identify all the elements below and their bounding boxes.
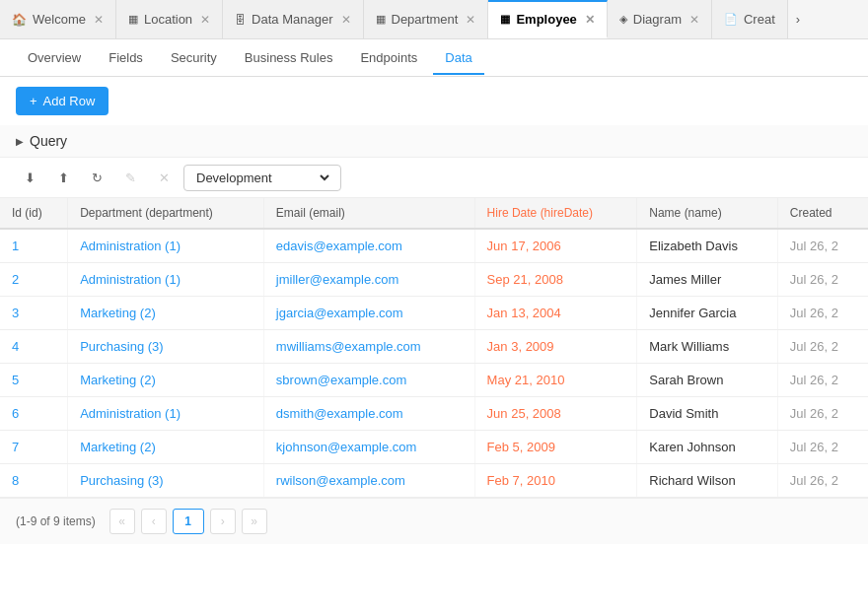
table-row: 1 Administration (1) edavis@example.com …	[0, 229, 868, 263]
col-header-created: Created	[777, 198, 868, 229]
pagination-prev[interactable]: ‹	[141, 509, 167, 534]
pagination-first[interactable]: «	[109, 509, 135, 534]
tab-employee-icon: ▦	[500, 13, 510, 26]
delete-button: ✕	[150, 164, 178, 191]
subnav-overview[interactable]: Overview	[16, 42, 93, 75]
query-section: ▶ Query	[0, 125, 868, 158]
cell-created: Jul 26, 2	[777, 297, 868, 330]
pagination-current-page[interactable]	[173, 509, 204, 534]
cell-email[interactable]: sbrown@example.com	[263, 364, 474, 397]
cell-department[interactable]: Marketing (2)	[68, 431, 264, 464]
edit-button: ✎	[116, 164, 144, 191]
tab-data-manager-label: Data Manager	[252, 12, 332, 27]
download-button[interactable]: ⬇	[16, 164, 43, 191]
cell-department[interactable]: Purchasing (3)	[68, 464, 264, 498]
cell-email[interactable]: kjohnson@example.com	[263, 431, 474, 464]
environment-select[interactable]: Development Production Staging	[183, 165, 341, 191]
subnav-business-rules[interactable]: Business Rules	[233, 42, 345, 75]
pagination-next[interactable]: ›	[210, 509, 236, 534]
cell-email[interactable]: jgarcia@example.com	[263, 297, 474, 330]
tab-location-icon: ▦	[128, 13, 138, 26]
pagination: (1-9 of 9 items) « ‹ › »	[0, 498, 868, 544]
tab-diagram-close[interactable]: ✕	[689, 13, 699, 27]
cell-department[interactable]: Administration (1)	[68, 229, 264, 263]
cell-id[interactable]: 1	[0, 229, 68, 263]
cell-name: David Smith	[637, 397, 778, 431]
cell-department[interactable]: Administration (1)	[68, 397, 264, 431]
tab-location-label: Location	[144, 12, 192, 27]
cell-created: Jul 26, 2	[777, 364, 868, 397]
cell-email[interactable]: mwilliams@example.com	[263, 330, 474, 364]
tab-data-manager-close[interactable]: ✕	[341, 13, 351, 27]
tab-employee[interactable]: ▦ Employee ✕	[488, 0, 607, 38]
tab-more-button[interactable]: ›	[788, 0, 808, 38]
subnav-data[interactable]: Data	[433, 42, 483, 75]
tab-employee-close[interactable]: ✕	[585, 13, 595, 27]
cell-department[interactable]: Purchasing (3)	[68, 330, 264, 364]
cell-name: Mark Williams	[637, 330, 778, 364]
table-row: 8 Purchasing (3) rwilson@example.com Feb…	[0, 464, 868, 498]
cell-name: James Miller	[637, 263, 778, 297]
cell-id[interactable]: 6	[0, 397, 68, 431]
tab-location[interactable]: ▦ Location ✕	[116, 0, 223, 38]
pagination-info: (1-9 of 9 items)	[16, 514, 96, 528]
cell-name: Sarah Brown	[637, 364, 778, 397]
tab-location-close[interactable]: ✕	[200, 13, 210, 27]
tab-department[interactable]: ▦ Department ✕	[364, 0, 489, 38]
pagination-last[interactable]: »	[242, 509, 267, 534]
upload-button[interactable]: ⬆	[49, 164, 77, 191]
tab-welcome-close[interactable]: ✕	[94, 13, 104, 27]
cell-department[interactable]: Marketing (2)	[68, 297, 264, 330]
cell-email[interactable]: rwilson@example.com	[263, 464, 474, 498]
add-icon: +	[30, 94, 37, 108]
cell-id[interactable]: 5	[0, 364, 68, 397]
cell-email[interactable]: jmiller@example.com	[263, 263, 474, 297]
cell-name: Richard Wilson	[637, 464, 778, 498]
refresh-button[interactable]: ↻	[83, 164, 110, 191]
cell-department[interactable]: Administration (1)	[68, 263, 264, 297]
cell-id[interactable]: 8	[0, 464, 68, 498]
cell-hiredate: Jan 13, 2004	[474, 297, 637, 330]
tab-welcome-icon: 🏠	[12, 13, 27, 27]
subnav-fields[interactable]: Fields	[97, 42, 155, 75]
subnav-endpoints[interactable]: Endpoints	[348, 42, 429, 75]
cell-id[interactable]: 7	[0, 431, 68, 464]
cell-hiredate: Sep 21, 2008	[474, 263, 637, 297]
tab-bar: 🏠 Welcome ✕ ▦ Location ✕ 🗄 Data Manager …	[0, 0, 868, 39]
tab-data-manager[interactable]: 🗄 Data Manager ✕	[223, 0, 363, 38]
cell-department[interactable]: Marketing (2)	[68, 364, 264, 397]
cell-id[interactable]: 3	[0, 297, 68, 330]
cell-hiredate: Feb 5, 2009	[474, 431, 637, 464]
cell-hiredate: Jan 3, 2009	[474, 330, 637, 364]
tab-diagram[interactable]: ◈ Diagram ✕	[608, 0, 712, 38]
table-row: 2 Administration (1) jmiller@example.com…	[0, 263, 868, 297]
cell-hiredate: Jun 17, 2006	[474, 229, 637, 263]
subnav-security[interactable]: Security	[159, 42, 229, 75]
tab-create[interactable]: 📄 Creat	[712, 0, 788, 38]
table-row: 6 Administration (1) dsmith@example.com …	[0, 397, 868, 431]
refresh-icon: ↻	[92, 171, 103, 185]
tab-create-label: Creat	[744, 12, 775, 27]
add-row-label: Add Row	[43, 94, 96, 108]
col-header-name: Name (name)	[637, 198, 778, 229]
cell-name: Elizabeth Davis	[637, 229, 778, 263]
cell-email[interactable]: dsmith@example.com	[263, 397, 474, 431]
col-header-email: Email (email)	[263, 198, 474, 229]
tab-department-label: Department	[392, 12, 459, 27]
environment-dropdown[interactable]: Development Production Staging	[192, 170, 332, 186]
add-row-button[interactable]: + Add Row	[16, 87, 108, 115]
query-label: Query	[30, 133, 67, 149]
table-row: 5 Marketing (2) sbrown@example.com May 2…	[0, 364, 868, 397]
cell-created: Jul 26, 2	[777, 330, 868, 364]
query-toggle[interactable]: ▶ Query	[16, 133, 67, 149]
delete-icon: ✕	[159, 171, 170, 185]
cell-email[interactable]: edavis@example.com	[263, 229, 474, 263]
tab-welcome[interactable]: 🏠 Welcome ✕	[0, 0, 116, 38]
cell-id[interactable]: 4	[0, 330, 68, 364]
tab-welcome-label: Welcome	[33, 12, 86, 27]
data-table: Id (id) Department (department) Email (e…	[0, 198, 868, 498]
table-row: 3 Marketing (2) jgarcia@example.com Jan …	[0, 297, 868, 330]
tab-department-close[interactable]: ✕	[466, 13, 475, 27]
add-row-toolbar: + Add Row	[0, 77, 868, 125]
cell-id[interactable]: 2	[0, 263, 68, 297]
